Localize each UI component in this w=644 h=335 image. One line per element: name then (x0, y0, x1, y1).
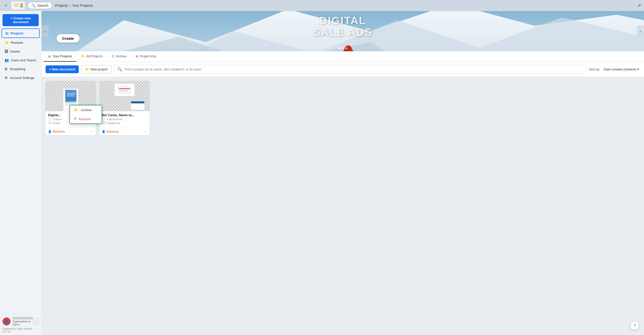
close-button[interactable]: × (3, 3, 9, 8)
new-project-label: New project (91, 67, 108, 71)
projects-grid: Digital... 📄3 docur 🕐Creat... 👤 Marketin… (42, 77, 322, 139)
projects-icon: 🗂 (5, 31, 9, 35)
biz-card-inner (118, 86, 132, 94)
search-icon: 🔍 (31, 4, 36, 8)
biz-card-back (131, 101, 145, 110)
card-footer-1: 👤 Marketing ··· (46, 128, 96, 135)
rename-label: Rename (79, 117, 91, 121)
tabs-bar: 🗂 Your Projects 📁 All Projects ⊡ Archive… (42, 51, 322, 62)
logo-box: SILVER CREEK (12, 2, 25, 9)
context-menu-archive[interactable]: 📁 Archive (70, 105, 102, 114)
toolbar: + New document 📁 New project 🔍 Sort by: … (42, 62, 322, 77)
tab-archive-label: Archive (116, 54, 127, 58)
hero-banner: DIGITAL SALE ADS Create ‹ › (42, 11, 322, 51)
doc-line-1 (65, 103, 76, 104)
logo-image: SILVER CREEK (12, 2, 24, 9)
sidebar-item-label: Templating (10, 67, 25, 71)
doc-img-1 (65, 90, 76, 102)
hero-title: DIGITAL SALE ADS (313, 15, 322, 38)
search-button[interactable]: 🔍 Search (28, 2, 52, 9)
team-icon-2: 👤 (102, 130, 105, 133)
search-label: Search (37, 4, 48, 8)
context-menu-rename[interactable]: T Rename (70, 114, 102, 123)
tab-all-projects[interactable]: 📁 All Projects (76, 51, 107, 62)
biz-card-line-2 (119, 90, 127, 90)
breadcrumb-root: Projects (55, 4, 68, 8)
sidebar-item-templating[interactable]: ⊞ Templating (2, 65, 40, 73)
tab-your-projects-label: Your Projects (53, 54, 72, 58)
your-projects-tab-icon: 🗂 (48, 55, 51, 58)
sidebar-item-assets[interactable]: 🖼 Assets (2, 47, 40, 56)
main-content: DIGITAL SALE ADS Create ‹ › 🗂 Your Proje… (42, 11, 322, 168)
sidebar-item-label: Users and Teams (11, 58, 36, 62)
tab-project-kits-label: Project Kits (140, 54, 156, 58)
svg-text:CREEK: CREEK (14, 5, 19, 7)
assets-icon: 🖼 (5, 49, 8, 53)
project-kits-tab-icon: ⊞ (136, 55, 138, 58)
breadcrumb-separator: › (69, 4, 71, 8)
card-footer-2: 👤 Marketing ··· (99, 128, 150, 135)
context-menu: 📁 Archive T Rename (69, 105, 102, 124)
sidebar-item-label: Reviews (11, 41, 23, 45)
team-name-1: Marketing (53, 130, 65, 133)
new-project-folder-icon: 📁 (85, 67, 89, 71)
biz-card-line-3 (119, 91, 128, 92)
svg-rect-14 (66, 97, 75, 100)
sidebar-item-users-teams[interactable]: 👥 Users and Teams (2, 56, 40, 64)
hero-prev-button[interactable]: ‹ (42, 26, 49, 37)
hero-create-button[interactable]: Create (57, 34, 79, 43)
card-team-2: 👤 Marketing (102, 130, 118, 133)
archive-icon: 📁 (74, 108, 78, 112)
card-info-2: Biz Cards, Name ta... 📄3 documents 🕐Crea… (99, 111, 150, 128)
tab-all-projects-label: All Projects (86, 54, 103, 58)
templating-icon: ⊞ (5, 67, 8, 71)
project-search-wrap: 🔍 (114, 65, 322, 74)
card-created-by-2: 🕐Created by (102, 121, 147, 124)
card-team-1: 👤 Marketing (48, 130, 65, 133)
new-project-button[interactable]: 📁 New project (81, 65, 112, 73)
team-icon-1: 👤 (48, 130, 52, 133)
project-card-digital-sale-ads[interactable]: Digital... 📄3 docur 🕐Creat... 👤 Marketin… (46, 81, 96, 135)
sidebar-item-label: Account Settings (10, 76, 34, 80)
project-card-biz-cards[interactable]: Biz Cards, Name ta... 📄3 documents 🕐Crea… (99, 81, 150, 135)
search-icon: 🔍 (117, 67, 122, 72)
card-thumbnail-2 (99, 81, 150, 111)
card-more-button-2[interactable]: ··· (144, 129, 147, 134)
sidebar-nav: 🗂 Projects ⭐ Reviews 🖼 Assets 👥 Users an… (0, 28, 41, 82)
svg-point-4 (20, 4, 23, 8)
tab-your-projects[interactable]: 🗂 Your Projects (44, 51, 76, 62)
rename-icon: T (74, 117, 76, 121)
tab-project-kits[interactable]: ⊞ Project Kits (131, 51, 161, 62)
sidebar-item-account-settings[interactable]: ⚙ Account Settings (2, 73, 40, 82)
sidebar-item-projects[interactable]: 🗂 Projects (2, 28, 40, 38)
biz-card-preview (114, 83, 135, 96)
new-document-button[interactable]: + New document (46, 65, 79, 73)
sidebar: + Create new document 🗂 Projects ⭐ Revie… (0, 11, 42, 168)
biz-card-header (131, 101, 144, 103)
all-projects-tab-icon: 📁 (81, 55, 85, 58)
top-bar: × SILVER CREEK 🔍 Search Projects › Your … (0, 0, 322, 11)
svg-text:SILVER: SILVER (14, 3, 19, 5)
project-search-input[interactable] (124, 67, 322, 71)
card-doc-count-2: 📄3 documents (102, 117, 147, 121)
card-title-2: Biz Cards, Name ta... (102, 113, 147, 117)
settings-icon: ⚙ (5, 76, 8, 80)
logo-area: SILVER CREEK (12, 2, 25, 9)
biz-card-line-1 (119, 88, 130, 89)
users-icon: 👥 (5, 58, 9, 62)
breadcrumb: Projects › Your Projects (55, 4, 93, 8)
card-more-button-1[interactable]: ··· (90, 129, 93, 134)
tab-archive[interactable]: ⊡ Archive (107, 51, 131, 62)
reviews-icon: ⭐ (5, 40, 9, 45)
breadcrumb-current: Your Projects (72, 4, 93, 8)
sidebar-item-reviews[interactable]: ⭐ Reviews (2, 38, 40, 47)
sidebar-item-label: Projects (11, 31, 23, 35)
create-new-document-button[interactable]: + Create new document (3, 14, 39, 26)
archive-label: Archive (81, 108, 92, 112)
sidebar-item-label: Assets (10, 50, 20, 53)
archive-tab-icon: ⊡ (112, 55, 114, 58)
team-name-2: Marketing (106, 130, 118, 133)
